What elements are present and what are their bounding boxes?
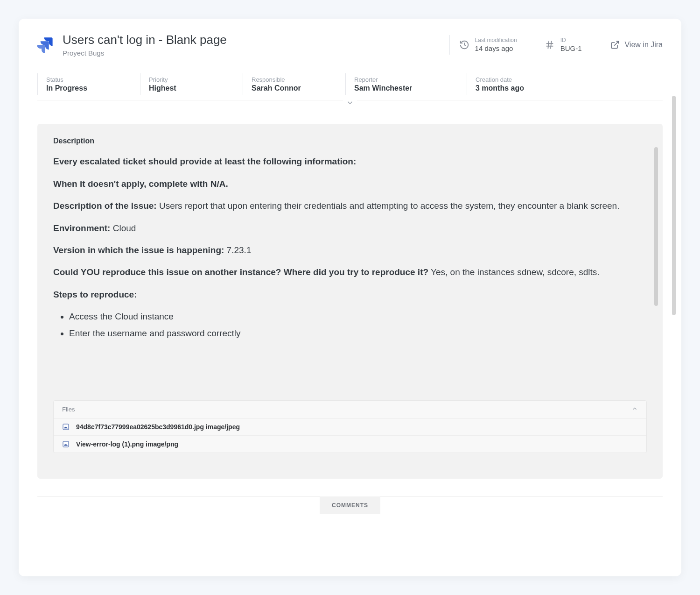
files-heading: Files <box>62 406 75 413</box>
ticket-card: Users can't log in - Blank page Proyect … <box>19 19 681 576</box>
hash-icon <box>545 40 555 50</box>
files-section: Files 94d8c7f73c77999ea02625bc3d9961d0.j… <box>53 400 647 453</box>
step-item: Access the Cloud instance <box>69 310 628 323</box>
files-header[interactable]: Files <box>54 401 646 418</box>
page-scrollbar[interactable] <box>672 96 676 567</box>
field-status: Status In Progress <box>37 73 140 95</box>
file-name: 94d8c7f73c77999ea02625bc3d9961d0.jpg ima… <box>76 423 240 431</box>
ticket-id: ID BUG-1 <box>535 35 591 55</box>
file-name: View-error-log (1).png image/png <box>76 440 178 448</box>
id-label: ID <box>560 37 582 43</box>
file-row[interactable]: 94d8c7f73c77999ea02625bc3d9961d0.jpg ima… <box>54 418 646 436</box>
last-modification-label: Last modification <box>475 37 517 43</box>
description-scrollbar[interactable] <box>654 147 658 306</box>
field-creation-date: Creation date 3 months ago <box>467 73 588 95</box>
id-value: BUG-1 <box>560 44 582 53</box>
svg-line-4 <box>615 42 619 46</box>
view-in-jira-label: View in Jira <box>624 41 663 49</box>
field-responsible: Responsible Sarah Connor <box>243 73 345 95</box>
svg-line-3 <box>550 41 551 49</box>
description-heading: Description <box>53 137 647 145</box>
image-file-icon <box>62 440 70 448</box>
image-file-icon <box>62 423 70 431</box>
field-priority: Priority Highest <box>140 73 243 95</box>
main-content: Description Every escalated ticket shoul… <box>37 124 663 562</box>
file-row[interactable]: View-error-log (1).png image/png <box>54 436 646 453</box>
last-modification-value: 14 days ago <box>475 44 517 53</box>
svg-rect-5 <box>63 424 69 430</box>
external-link-icon <box>610 40 620 50</box>
history-icon <box>459 40 469 50</box>
view-in-jira-link[interactable]: View in Jira <box>599 40 663 50</box>
project-name: Proyect Bugs <box>63 49 227 57</box>
description-body: Every escalated ticket should provide at… <box>53 155 647 393</box>
svg-rect-7 <box>63 441 69 447</box>
last-modification: Last modification 14 days ago <box>449 35 526 55</box>
description-card: Description Every escalated ticket shoul… <box>37 124 663 479</box>
page-title: Users can't log in - Blank page <box>63 33 227 47</box>
jira-icon <box>37 36 54 53</box>
svg-line-2 <box>548 41 549 49</box>
header: Users can't log in - Blank page Proyect … <box>37 33 663 68</box>
comments-divider: COMMENTS <box>37 496 663 515</box>
chevron-down-icon <box>346 99 354 107</box>
fields-row: Status In Progress Priority Highest Resp… <box>37 68 663 100</box>
chevron-up-icon <box>631 405 638 413</box>
step-item: Enter the username and password correctl… <box>69 326 628 340</box>
comments-button[interactable]: COMMENTS <box>320 496 380 514</box>
field-reporter: Reporter Sam Winchester <box>345 73 467 95</box>
expand-fields-toggle[interactable] <box>343 99 357 109</box>
